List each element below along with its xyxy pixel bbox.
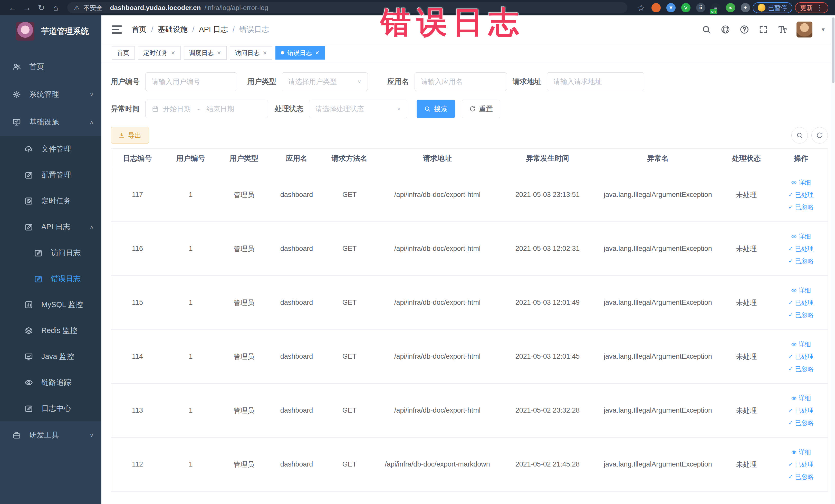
app-name-cell: dashboard bbox=[270, 406, 323, 415]
sidebar-item-日志中心[interactable]: 日志中心 bbox=[0, 396, 101, 421]
paused-extension-badge[interactable]: 已暂停 bbox=[753, 2, 792, 13]
ignored-link[interactable]: ✓已忽略 bbox=[788, 203, 813, 211]
exception-time-cell: 2021-05-03 23:13:51 bbox=[499, 191, 596, 199]
sidebar-item-Redis-监控[interactable]: Redis 监控 bbox=[0, 318, 101, 344]
tab-首页[interactable]: 首页 bbox=[111, 46, 135, 60]
ignored-link[interactable]: ✓已忽略 bbox=[788, 311, 813, 319]
chevron-down-icon: ∨ bbox=[89, 92, 94, 97]
detail-link[interactable]: 详细 bbox=[791, 448, 811, 456]
reset-button[interactable]: 重置 bbox=[462, 100, 500, 118]
page-scrollbar[interactable] bbox=[831, 15, 835, 504]
sidebar-item-首页[interactable]: 首页 bbox=[0, 53, 101, 81]
browser-reload-button[interactable]: ↻ bbox=[36, 3, 47, 13]
avatar-caret-down-icon[interactable]: ▾ bbox=[822, 26, 825, 33]
bookmark-star-icon[interactable]: ☆ bbox=[636, 3, 646, 12]
sidebar-item-系统管理[interactable]: 系统管理∨ bbox=[0, 81, 101, 108]
detail-link[interactable]: 详细 bbox=[791, 394, 811, 402]
sidebar-item-文件管理[interactable]: 文件管理 bbox=[0, 136, 101, 162]
tab-访问日志[interactable]: 访问日志✕ bbox=[230, 46, 272, 60]
tab-错误日志[interactable]: 错误日志✕ bbox=[276, 46, 325, 60]
sidebar-item-错误日志[interactable]: 错误日志 bbox=[0, 266, 101, 292]
processed-link[interactable]: ✓已处理 bbox=[788, 191, 813, 199]
fullscreen-icon[interactable] bbox=[758, 25, 768, 35]
app-logo[interactable]: 芋道管理系统 bbox=[0, 15, 101, 46]
tab-label: 错误日志 bbox=[287, 49, 312, 57]
sidebar-item-定时任务[interactable]: 定时任务 bbox=[0, 188, 101, 214]
address-bar[interactable]: ⚠ 不安全 dashboard.yudao.iocoder.cn/infra/l… bbox=[67, 2, 627, 13]
ignored-link[interactable]: ✓已忽略 bbox=[788, 257, 813, 265]
processed-link[interactable]: ✓已处理 bbox=[788, 299, 813, 307]
process-status-select[interactable]: 请选择处理状态∨ bbox=[309, 100, 407, 118]
status-cell: 未处理 bbox=[719, 244, 773, 254]
check-icon: ✓ bbox=[788, 407, 793, 414]
tab-调度日志[interactable]: 调度日志✕ bbox=[184, 46, 227, 60]
ignored-link[interactable]: ✓已忽略 bbox=[788, 473, 813, 481]
exception-time-range-picker[interactable]: 开始日期 - 结束日期 bbox=[145, 100, 268, 118]
puzzle-extension-icon[interactable]: ✦ bbox=[741, 3, 750, 12]
app-name-input[interactable]: 请输入应用名 bbox=[414, 73, 507, 91]
user-avatar[interactable] bbox=[796, 22, 812, 38]
sidebar-collapse-icon[interactable] bbox=[111, 25, 122, 34]
detail-link[interactable]: 详细 bbox=[791, 233, 811, 241]
browser-menu-icon[interactable]: ⋮ bbox=[816, 4, 823, 12]
breadcrumb-item[interactable]: 基础设施 bbox=[158, 24, 188, 35]
leaf-extension-icon[interactable]: ❧ bbox=[726, 3, 735, 12]
processed-link[interactable]: ✓已处理 bbox=[788, 460, 813, 468]
switch-on-extension-icon[interactable]: ≡on bbox=[711, 3, 720, 12]
breadcrumb-item[interactable]: API 日志 bbox=[199, 24, 228, 35]
user-id-label: 用户编号 bbox=[111, 77, 140, 86]
column-header: 日志编号 bbox=[111, 154, 164, 163]
sidebar-item-配置管理[interactable]: 配置管理 bbox=[0, 162, 101, 188]
shield-extension-icon[interactable]: ▼ bbox=[666, 3, 676, 12]
sidebar-item-Java-监控[interactable]: Java 监控 bbox=[0, 344, 101, 369]
processed-link[interactable]: ✓已处理 bbox=[788, 406, 813, 415]
processed-link[interactable]: ✓已处理 bbox=[788, 245, 813, 253]
ignored-link[interactable]: ✓已忽略 bbox=[788, 365, 813, 373]
tab-label: 首页 bbox=[117, 49, 129, 57]
method-cell: GET bbox=[323, 352, 376, 361]
detail-link[interactable]: 详细 bbox=[791, 340, 811, 348]
check-icon: ✓ bbox=[788, 420, 793, 426]
sidebar-item-API-日志[interactable]: API 日志∧ bbox=[0, 214, 101, 240]
request-url-input[interactable]: 请输入请求地址 bbox=[547, 73, 644, 91]
browser-home-button[interactable]: ⌂ bbox=[50, 3, 62, 13]
browser-update-button[interactable]: 更新 ⋮ bbox=[795, 2, 828, 13]
sidebar-item-label: Redis 监控 bbox=[41, 326, 77, 336]
scrollbar-thumb[interactable] bbox=[832, 18, 834, 83]
sidebar-item-研发工具[interactable]: 研发工具∨ bbox=[0, 421, 101, 449]
sidebar-item-label: API 日志 bbox=[41, 222, 70, 232]
close-icon[interactable]: ✕ bbox=[217, 50, 221, 56]
close-icon[interactable]: ✕ bbox=[315, 50, 319, 56]
detail-link[interactable]: 详细 bbox=[791, 286, 811, 295]
help-icon[interactable] bbox=[739, 25, 749, 35]
grid-extension-icon[interactable]: ⠿ bbox=[696, 3, 705, 12]
github-icon[interactable] bbox=[720, 25, 730, 35]
font-size-icon[interactable] bbox=[777, 25, 787, 35]
v-extension-icon[interactable]: V bbox=[681, 3, 691, 12]
processed-link[interactable]: ✓已处理 bbox=[788, 352, 813, 361]
tab-定时任务[interactable]: 定时任务✕ bbox=[138, 46, 181, 60]
sidebar-item-链路追踪[interactable]: 链路追踪 bbox=[0, 369, 101, 396]
breadcrumb-item[interactable]: 首页 bbox=[132, 24, 147, 35]
sidebar-item-MySQL-监控[interactable]: MySQL 监控 bbox=[0, 292, 101, 318]
exception-name-cell: java.lang.IllegalArgumentException bbox=[596, 191, 719, 199]
user-id-input[interactable]: 请输入用户编号 bbox=[145, 73, 237, 91]
user-type-select[interactable]: 请选择用户类型∨ bbox=[282, 73, 368, 91]
search-button[interactable]: 搜索 bbox=[416, 100, 455, 118]
browser-back-button[interactable]: ← bbox=[7, 3, 19, 13]
sidebar-item-访问日志[interactable]: 访问日志 bbox=[0, 240, 101, 266]
browser-forward-button[interactable]: → bbox=[21, 3, 33, 13]
close-icon[interactable]: ✕ bbox=[171, 50, 175, 56]
detail-link[interactable]: 详细 bbox=[791, 178, 811, 187]
export-button[interactable]: 导出 bbox=[111, 127, 149, 144]
adblock-extension-icon[interactable] bbox=[651, 3, 661, 12]
exception-time-label: 异常时间 bbox=[111, 104, 140, 114]
ignored-link[interactable]: ✓已忽略 bbox=[788, 419, 813, 427]
sidebar-item-基础设施[interactable]: 基础设施∧ bbox=[0, 108, 101, 136]
search-icon[interactable] bbox=[701, 25, 711, 35]
check-icon: ✓ bbox=[788, 473, 793, 480]
refresh-table-button[interactable] bbox=[811, 127, 828, 143]
close-icon[interactable]: ✕ bbox=[263, 50, 267, 56]
toggle-search-button[interactable] bbox=[791, 127, 808, 143]
action-label: 详细 bbox=[799, 178, 811, 187]
